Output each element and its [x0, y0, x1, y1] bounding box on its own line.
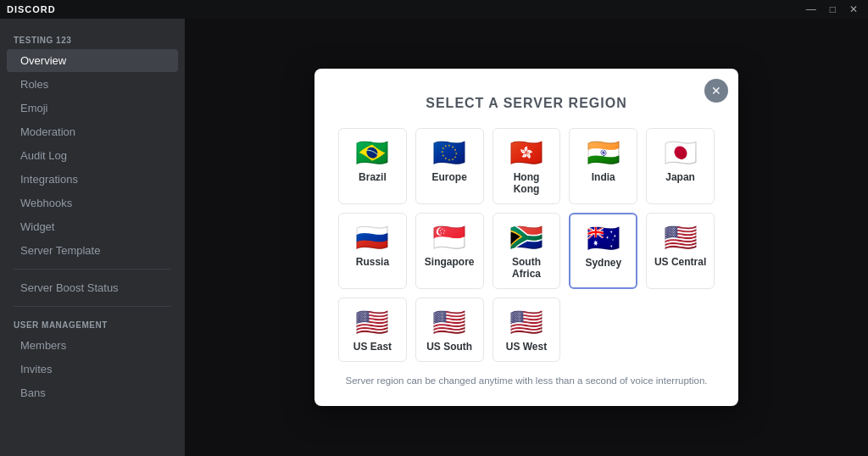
sidebar-item-invites[interactable]: Invites [7, 358, 178, 381]
region-name-sydney: Sydney [585, 257, 621, 269]
region-flag-us-south: 🇺🇸 [432, 309, 466, 336]
region-card-us-east[interactable]: 🇺🇸US East [338, 298, 407, 362]
region-name-us-east: US East [353, 341, 392, 353]
region-name-us-west: US West [506, 341, 547, 353]
region-flag-south-africa: 🇿🇦 [509, 224, 543, 251]
close-icon: ✕ [711, 84, 721, 97]
sidebar-item-overview[interactable]: Overview [7, 49, 178, 72]
sidebar-item-moderation[interactable]: Moderation [7, 120, 178, 143]
region-card-hong-kong[interactable]: 🇭🇰Hong Kong [492, 128, 561, 204]
region-flag-us-central: 🇺🇸 [664, 224, 698, 251]
region-name-japan: Japan [665, 171, 695, 183]
region-card-japan[interactable]: 🇯🇵Japan [646, 128, 715, 204]
region-flag-russia: 🇷🇺 [355, 224, 389, 251]
maximize-button[interactable]: □ [826, 3, 839, 15]
region-name-us-south: US South [426, 341, 472, 353]
region-card-europe[interactable]: 🇪🇺Europe [415, 128, 484, 204]
modal-title: SELECT A SERVER REGION [338, 96, 715, 111]
region-flag-hong-kong: 🇭🇰 [509, 139, 543, 166]
region-name-india: India [592, 171, 615, 183]
server-region-modal: ✕ SELECT A SERVER REGION 🇧🇷Brazil🇪🇺Europ… [314, 69, 738, 406]
modal-overlay[interactable]: ✕ SELECT A SERVER REGION 🇧🇷Brazil🇪🇺Europ… [185, 19, 868, 456]
region-card-singapore[interactable]: 🇸🇬Singapore [415, 213, 484, 289]
sidebar-section-testing: TESTING 123 [0, 29, 185, 48]
sidebar-item-boost-status[interactable]: Server Boost Status [7, 276, 178, 299]
sidebar-section-user-mgmt: USER MANAGEMENT [0, 314, 185, 333]
region-card-us-west[interactable]: 🇺🇸US West [492, 298, 561, 362]
region-flag-india: 🇮🇳 [587, 139, 620, 166]
sidebar-item-roles[interactable]: Roles [7, 73, 178, 96]
sidebar-item-server-template[interactable]: Server Template [7, 239, 178, 262]
sidebar-item-integrations[interactable]: Integrations [7, 168, 178, 191]
window-controls: — □ ✕ [803, 3, 861, 15]
close-window-button[interactable]: ✕ [846, 3, 861, 15]
region-card-south-africa[interactable]: 🇿🇦South Africa [492, 213, 561, 289]
region-name-singapore: Singapore [425, 256, 475, 268]
app-background: TESTING 123 Overview Roles Emoji Moderat… [0, 19, 868, 456]
region-flag-sydney: 🇦🇺 [587, 225, 620, 252]
sidebar-divider-1 [14, 269, 171, 270]
region-card-brazil[interactable]: 🇧🇷Brazil [338, 128, 407, 204]
modal-footer-text: Server region can be changed anytime wit… [338, 375, 715, 386]
region-flag-brazil: 🇧🇷 [355, 139, 389, 166]
sidebar-item-audit-log[interactable]: Audit Log [7, 144, 178, 167]
region-flag-japan: 🇯🇵 [664, 139, 698, 166]
sidebar-divider-2 [14, 306, 171, 307]
sidebar-item-widget[interactable]: Widget [7, 215, 178, 238]
region-name-us-central: US Central [654, 256, 706, 268]
region-name-brazil: Brazil [359, 171, 387, 183]
region-card-us-south[interactable]: 🇺🇸US South [415, 298, 484, 362]
region-name-south-africa: South Africa [500, 256, 554, 280]
region-card-india[interactable]: 🇮🇳India [569, 128, 637, 204]
main-content: ✕ SELECT A SERVER REGION 🇧🇷Brazil🇪🇺Europ… [185, 19, 868, 456]
region-card-russia[interactable]: 🇷🇺Russia [338, 213, 407, 289]
sidebar-item-members[interactable]: Members [7, 334, 178, 357]
region-card-us-central[interactable]: 🇺🇸US Central [646, 213, 715, 289]
app-brand: DISCORD [7, 4, 56, 14]
region-flag-us-west: 🇺🇸 [509, 309, 543, 336]
sidebar-item-webhooks[interactable]: Webhooks [7, 192, 178, 214]
modal-close-button[interactable]: ✕ [704, 79, 728, 103]
minimize-button[interactable]: — [803, 3, 820, 15]
titlebar: DISCORD — □ ✕ [0, 0, 868, 19]
region-flag-europe: 🇪🇺 [432, 139, 466, 166]
region-name-russia: Russia [356, 256, 389, 268]
region-flag-singapore: 🇸🇬 [432, 224, 466, 251]
region-grid: 🇧🇷Brazil🇪🇺Europe🇭🇰Hong Kong🇮🇳India🇯🇵Japa… [338, 128, 715, 362]
sidebar: TESTING 123 Overview Roles Emoji Moderat… [0, 19, 185, 456]
region-name-europe: Europe [432, 171, 467, 183]
region-card-sydney[interactable]: 🇦🇺Sydney [569, 213, 637, 289]
sidebar-item-bans[interactable]: Bans [7, 381, 178, 404]
region-name-hong-kong: Hong Kong [500, 171, 554, 195]
region-flag-us-east: 🇺🇸 [355, 309, 389, 336]
sidebar-item-emoji[interactable]: Emoji [7, 97, 178, 120]
